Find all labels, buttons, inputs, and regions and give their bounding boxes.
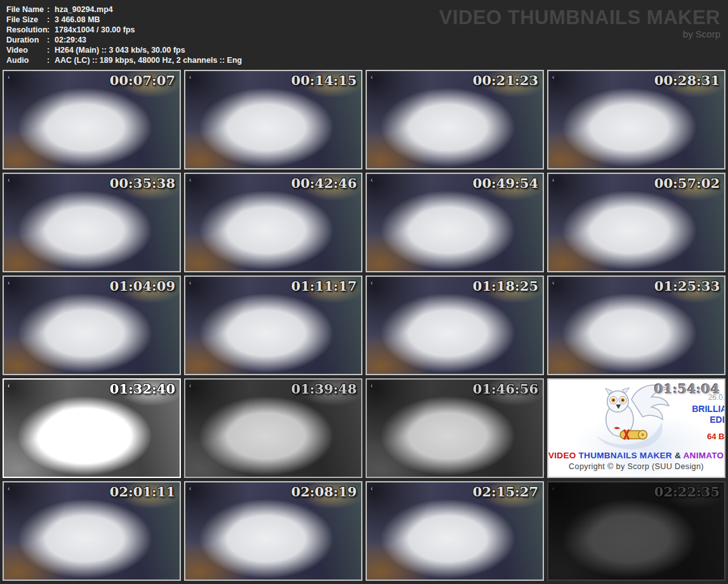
thumbnail-timestamp: 02:01:11 <box>110 484 175 500</box>
thumbnail-timestamp: 00:35:38 <box>110 175 175 191</box>
thumbnail-cell[interactable]: ‹ 01:39:48 <box>184 378 362 478</box>
app-watermark-subtitle: by Scorp <box>439 29 720 39</box>
meta-label: Resolution <box>6 25 47 35</box>
logo-edition-line2: EDITION <box>692 415 725 425</box>
osd-chevron-icon: ‹ <box>371 74 373 81</box>
meta-separator: : <box>47 45 55 55</box>
meta-row-audio: Audio : AAC (LC) :: 189 kbps, 48000 Hz, … <box>6 55 242 65</box>
osd-chevron-icon: ‹ <box>189 383 191 389</box>
meta-separator: : <box>47 4 55 15</box>
meta-row-filename: File Name : hza_90294.mp4 <box>6 4 242 15</box>
osd-chevron-icon: ‹ <box>8 74 10 81</box>
thumbnail-timestamp: 01:39:48 <box>291 381 357 397</box>
osd-chevron-icon: ‹ <box>552 486 554 492</box>
meta-separator: : <box>47 35 55 45</box>
thumbnail-cell[interactable]: ‹ 00:14:15 <box>184 70 362 169</box>
logo-brand: VIDEO THUMBNAILS MAKER & ANIMATOR <box>548 451 724 460</box>
meta-row-resolution: Resolution : 1784x1004 / 30.00 fps <box>6 25 242 35</box>
osd-chevron-icon: ‹ <box>189 280 191 286</box>
meta-row-video: Video : H264 (Main) :: 3 043 kb/s, 30.00… <box>6 45 242 55</box>
thumbnail-cell[interactable]: ‹ 01:25:33 <box>547 275 725 375</box>
logo-copyright: Copyright © by Scorp (SUU Design) <box>548 462 724 471</box>
thumbnail-timestamp: 00:42:46 <box>291 175 357 191</box>
logo-edition: BRILLIANCE EDITION <box>692 404 725 425</box>
thumbnail-timestamp: 00:57:02 <box>654 175 720 191</box>
thumbnail-cell[interactable]: ‹ 01:04:09 <box>3 275 181 375</box>
osd-chevron-icon: ‹ <box>189 74 191 81</box>
osd-chevron-icon: ‹ <box>8 177 10 183</box>
thumbnail-timestamp: 00:14:15 <box>291 72 357 88</box>
thumbnail-timestamp: 02:22:35 <box>654 484 720 500</box>
logo-bits: 64 BIT <box>707 432 725 441</box>
osd-chevron-icon: ‹ <box>371 280 373 286</box>
logo-brand-video: VIDEO <box>548 451 576 460</box>
osd-chevron-icon: ‹ <box>371 383 373 389</box>
thumbnail-cell[interactable]: ‹ 02:15:27 <box>366 481 544 581</box>
thumbnail-cell[interactable]: ‹ 02:01:11 <box>3 481 181 581</box>
meta-separator: : <box>47 15 55 25</box>
thumbnail-grid: ‹ 00:07:07 ‹ 00:14:15 ‹ 00:21:23 ‹ 00:28… <box>0 70 728 581</box>
meta-value-audio: AAC (LC) :: 189 kbps, 48000 Hz, 2 channe… <box>55 55 242 65</box>
logo-brand-maker: THUMBNAILS MAKER <box>579 451 672 460</box>
meta-label: Audio <box>6 55 47 65</box>
thumbnail-timestamp: 01:04:09 <box>110 278 175 294</box>
thumbnail-cell[interactable]: ‹ 00:28:31 <box>547 70 725 169</box>
osd-chevron-icon: ‹ <box>371 177 373 183</box>
meta-value-filesize: 3 466.08 MB <box>55 15 100 25</box>
meta-label: File Size <box>6 15 47 25</box>
app-logo-card[interactable]: 01:54:04 26.0.0 BRILLIANCE EDITION 64 BI… <box>547 378 725 478</box>
thumbnail-cell[interactable]: ‹ 00:21:23 <box>366 70 544 169</box>
osd-chevron-icon: ‹ <box>371 486 373 492</box>
thumbnail-cell[interactable]: ‹ 00:57:02 <box>547 173 725 272</box>
thumbnail-cell[interactable]: ‹ 01:46:56 <box>366 378 544 478</box>
osd-chevron-icon: ‹ <box>189 486 191 492</box>
meta-label: Duration <box>6 35 47 45</box>
thumbnail-cell[interactable]: ‹ 00:07:07 <box>3 70 181 169</box>
osd-chevron-icon: ‹ <box>552 177 554 183</box>
thumbnail-timestamp: 01:32:40 <box>110 381 175 397</box>
logo-brand-ampersand: & <box>675 451 681 460</box>
thumbnail-timestamp: 02:15:27 <box>473 484 538 500</box>
meta-row-filesize: File Size : 3 466.08 MB <box>6 15 242 25</box>
meta-value-filename: hza_90294.mp4 <box>55 4 113 15</box>
meta-label: File Name <box>6 4 47 15</box>
meta-value-resolution: 1784x1004 / 30.00 fps <box>55 25 135 35</box>
osd-chevron-icon: ‹ <box>8 383 10 389</box>
thumbnail-timestamp: 00:49:54 <box>473 175 538 191</box>
osd-chevron-icon: ‹ <box>8 486 10 492</box>
thumbnail-cell[interactable]: ‹ 02:08:19 <box>184 481 362 581</box>
thumbnail-cell[interactable]: ‹ 01:18:25 <box>366 275 544 375</box>
thumbnail-timestamp: 02:08:19 <box>291 484 357 500</box>
thumbnail-timestamp: 00:28:31 <box>654 72 720 88</box>
file-metadata: File Name : hza_90294.mp4 File Size : 3 … <box>6 4 242 65</box>
meta-label: Video <box>6 45 47 55</box>
meta-value-duration: 02:29:43 <box>55 35 86 45</box>
thumbnail-timestamp: 01:18:25 <box>473 278 538 294</box>
thumbnail-sheet: File Name : hza_90294.mp4 File Size : 3 … <box>0 0 728 584</box>
meta-row-duration: Duration : 02:29:43 <box>6 35 242 45</box>
thumbnail-cell[interactable]: ‹ 00:35:38 <box>3 173 181 272</box>
thumbnail-cell[interactable]: ‹ 01:11:17 <box>184 275 362 375</box>
logo-brand-animator: ANIMATOR <box>684 451 725 460</box>
thumbnail-timestamp: 01:25:33 <box>654 278 720 294</box>
thumbnail-cell[interactable]: ‹ 01:32:40 <box>3 378 181 478</box>
meta-separator: : <box>47 55 55 65</box>
thumbnail-cell[interactable]: ‹ 00:42:46 <box>184 173 362 272</box>
app-watermark-title: VIDEO THUMBNAILS MAKER <box>439 8 720 28</box>
osd-chevron-icon: ‹ <box>8 280 10 286</box>
thumbnail-timestamp: 01:46:56 <box>473 381 538 397</box>
osd-chevron-icon: ‹ <box>552 280 554 286</box>
thumbnail-timestamp: 00:07:07 <box>110 72 175 88</box>
app-watermark: VIDEO THUMBNAILS MAKER by Scorp <box>439 8 720 39</box>
osd-chevron-icon: ‹ <box>552 74 554 81</box>
thumbnail-cell[interactable]: ‹ 02:22:35 <box>547 481 725 581</box>
meta-separator: : <box>47 25 55 35</box>
thumbnail-cell[interactable]: ‹ 00:49:54 <box>366 173 544 272</box>
thumbnail-timestamp: 01:11:17 <box>291 278 357 294</box>
thumbnail-timestamp: 00:21:23 <box>473 72 538 88</box>
logo-version: 26.0.0 <box>708 393 725 402</box>
osd-chevron-icon: ‹ <box>189 177 191 183</box>
logo-edition-line1: BRILLIANCE <box>692 404 725 415</box>
meta-value-video: H264 (Main) :: 3 043 kb/s, 30.00 fps <box>55 45 185 55</box>
